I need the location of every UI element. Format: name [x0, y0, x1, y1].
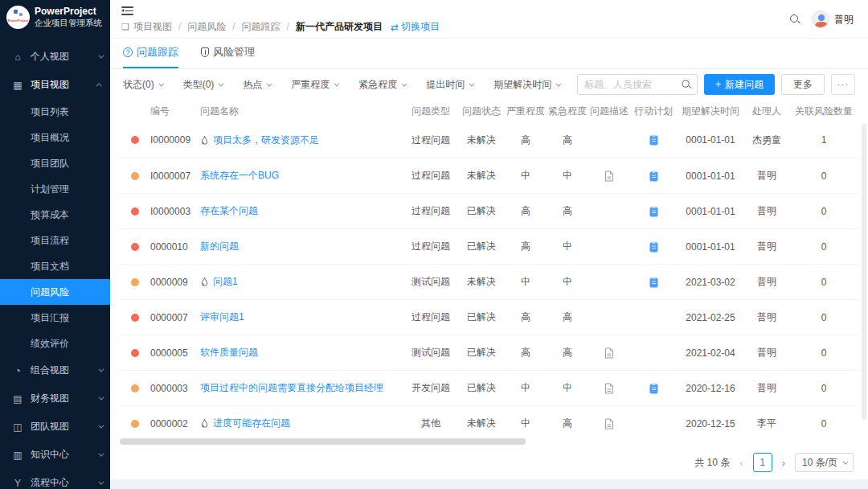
chevron-icon	[98, 367, 104, 372]
sidebar-subitem[interactable]: 问题风险	[0, 279, 110, 305]
issue-title-link[interactable]: 软件质量问题	[200, 346, 258, 360]
table-row[interactable]: I0000007 系统存在一个BUG 过程问题 未解决 中 中 0001-01-…	[120, 158, 858, 193]
sidebar-group[interactable]: ▤ 财务视图	[0, 384, 110, 413]
breadcrumb-item[interactable]: 项目视图/	[133, 21, 187, 32]
user-menu[interactable]: 普明	[812, 10, 854, 28]
plus-icon: +	[715, 79, 721, 90]
sidebar-group[interactable]: ▦ 项目视图	[0, 71, 110, 99]
chevron-icon	[98, 479, 104, 485]
table-row[interactable]: 0000009 问题1 测试问题 未解决 中 中 2021-03-02 普明 0	[120, 264, 858, 299]
description-file-icon[interactable]	[604, 171, 614, 182]
prev-page-button[interactable]: ‹	[738, 457, 744, 469]
sidebar-subitem[interactable]: 项目文档	[0, 253, 110, 279]
action-plan-icon[interactable]	[649, 277, 658, 288]
issue-status: 未解决	[458, 169, 505, 183]
next-page-button[interactable]: ›	[780, 457, 787, 469]
sidebar-group-label: 流程中心	[31, 476, 98, 489]
sidebar-group[interactable]: ⌂ 个人视图	[0, 43, 110, 71]
table-row[interactable]: 0000002 进度可能存在问题 其他 未解决 中 高 2020-12-15 李…	[120, 405, 858, 441]
issue-title-link[interactable]: 项目太多，研发资源不足	[213, 134, 319, 147]
table-row[interactable]: I0000003 存在某个问题 过程问题 已解决 高 高 0001-01-01 …	[120, 193, 858, 228]
issue-status: 已解决	[458, 204, 505, 218]
search-icon[interactable]	[682, 80, 692, 90]
description-file-icon[interactable]	[604, 418, 614, 429]
description-file-icon[interactable]	[604, 383, 614, 394]
sidebar-subitem[interactable]: 预算成本	[0, 202, 110, 228]
table-row[interactable]: 0000003 项目过程中的问题需要直接分配给项目经理 开发问题 已解决 中 中…	[120, 370, 858, 405]
app-subtitle: 企业项目管理系统	[35, 18, 102, 28]
menu-fold-icon[interactable]	[121, 6, 133, 15]
issue-title-link[interactable]: 进度可能存在问题	[213, 417, 290, 430]
sidebar-subitem[interactable]: 项目概况	[0, 125, 110, 150]
issue-status: 未解决	[458, 417, 505, 430]
tab[interactable]: 风险管理	[201, 45, 255, 68]
search-input[interactable]	[577, 74, 698, 95]
page-size-select[interactable]: 10 条/页	[795, 453, 854, 472]
user-avatar	[812, 10, 829, 28]
global-search-icon[interactable]	[789, 14, 800, 25]
table-column-header: 问题名称	[200, 105, 403, 118]
issue-title-link[interactable]: 存在某个问题	[200, 204, 258, 218]
issue-urgency: 高	[547, 417, 588, 430]
breadcrumb-separator: /	[287, 21, 289, 32]
current-page-button[interactable]: 1	[753, 453, 772, 472]
switch-project-link[interactable]: ⇄ 切换项目	[391, 20, 440, 34]
more-button[interactable]: 更多	[781, 74, 825, 95]
sidebar-group[interactable]: ▥ 知识中心	[0, 441, 110, 469]
table-row[interactable]: 0000005 软件质量问题 测试问题 已解决 高 高 2021-02-04 普…	[120, 335, 858, 370]
issue-title-link[interactable]: 问题1	[213, 275, 238, 289]
table-row[interactable]: 0000010 新的问题 过程问题 已解决 高 中 0001-01-01 普明 …	[120, 228, 858, 264]
sidebar-subitem[interactable]: 计划管理	[0, 176, 110, 202]
filter-dropdown[interactable]: 类型(0)	[183, 78, 223, 92]
handler-name: 普明	[744, 204, 789, 218]
hot-flame-icon	[200, 277, 209, 287]
filter-dropdown[interactable]: 紧急程度	[358, 78, 405, 92]
table-row[interactable]: 0000007 评审问题1 过程问题 已解决 高 高 2021-02-25 普明…	[120, 299, 858, 335]
new-issue-button[interactable]: + 新建问题	[704, 74, 775, 95]
action-plan-icon[interactable]	[649, 241, 658, 253]
issue-severity: 高	[505, 204, 547, 218]
filter-dropdown[interactable]: 严重程度	[291, 78, 338, 92]
action-plan-icon[interactable]	[649, 383, 658, 394]
sidebar-group[interactable]: ◫ 团队视图	[0, 413, 110, 441]
sidebar-subitem[interactable]: 项目团队	[0, 150, 110, 176]
issue-title-link[interactable]: 评审问题1	[200, 310, 244, 324]
issue-urgency: 中	[547, 275, 588, 289]
horizontal-scrollbar-thumb[interactable]	[120, 438, 526, 445]
sidebar-subitem[interactable]: 项目汇报	[0, 305, 110, 331]
sidebar-subitem[interactable]: 绩效评价	[0, 331, 110, 356]
finance-view-icon: ▤	[11, 393, 24, 405]
question-circle-icon	[123, 47, 133, 57]
tab[interactable]: 问题跟踪	[123, 45, 178, 68]
action-plan-icon[interactable]	[649, 171, 658, 182]
breadcrumb-item[interactable]: 问题风险/	[187, 21, 241, 32]
hot-flame-icon	[200, 418, 209, 429]
description-file-icon[interactable]	[604, 347, 614, 359]
issue-title-link[interactable]: 新的问题	[200, 240, 239, 253]
issue-title-link[interactable]: 项目过程中的问题需要直接分配给项目经理	[200, 381, 383, 395]
sidebar-group[interactable]: Y 流程中心	[0, 469, 110, 489]
action-plan-icon[interactable]	[649, 206, 658, 217]
filter-dropdown[interactable]: 期望解决时间	[493, 78, 559, 92]
issue-title-link[interactable]: 系统存在一个BUG	[200, 169, 279, 183]
filter-dropdown[interactable]: 提出时间	[426, 78, 473, 92]
chevron-down-icon	[267, 80, 272, 86]
table-row[interactable]: I0000009 项目太多，研发资源不足 过程问题 未解决 高 高 0001-0…	[120, 122, 858, 158]
breadcrumb-item[interactable]: 问题跟踪/	[242, 21, 296, 32]
issue-type: 其他	[403, 417, 458, 430]
vertical-scrollbar[interactable]	[862, 124, 866, 420]
issue-severity: 高	[505, 240, 547, 253]
chevron-icon	[98, 451, 104, 457]
sidebar-group[interactable]: ◔ 组合视图	[0, 356, 110, 384]
table-column-header: 处理人	[744, 105, 789, 118]
sidebar-subitem[interactable]: 项目列表	[0, 99, 110, 125]
filter-dropdown[interactable]: 状态(0)	[123, 78, 162, 92]
status-dot	[131, 208, 139, 216]
chevron-down-icon	[334, 80, 340, 86]
table-column-header: 问题状态	[458, 105, 505, 118]
ellipsis-button[interactable]: ···	[831, 74, 855, 95]
sidebar-subitem[interactable]: 项目流程	[0, 228, 110, 253]
action-plan-icon[interactable]	[649, 134, 658, 146]
breadcrumb: ❏ 项目视图/问题风险/问题跟踪/ 新一代产品研发项目 ⇄ 切换项目	[121, 20, 855, 34]
filter-dropdown[interactable]: 热点	[243, 78, 270, 92]
